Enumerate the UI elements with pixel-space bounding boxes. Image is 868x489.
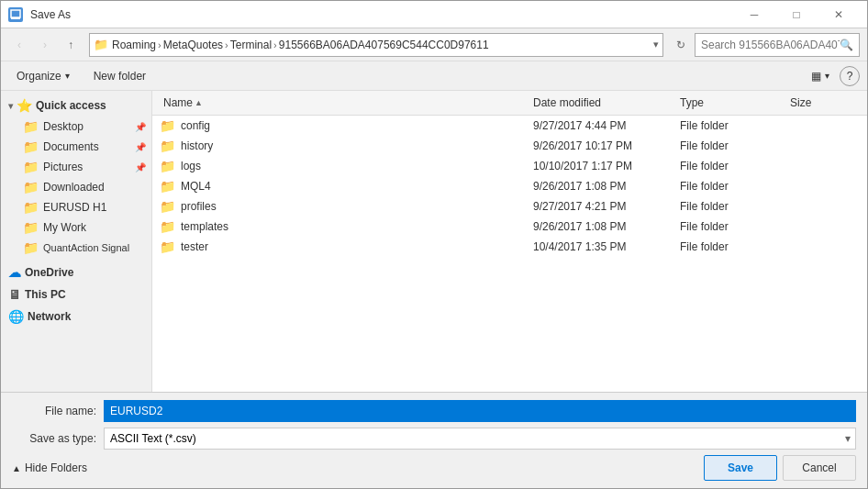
table-row[interactable]: 📁 profiles 9/27/2017 4:21 PM File folder bbox=[152, 196, 867, 217]
maximize-button[interactable]: □ bbox=[775, 1, 818, 28]
new-folder-button[interactable]: New folder bbox=[85, 65, 154, 87]
savetype-row: Save as type: ASCII Text (*.csv) bbox=[12, 428, 856, 450]
bottom-bar: File name: Save as type: ASCII Text (*.c… bbox=[1, 392, 867, 488]
file-list-header: Name ▲ Date modified Type Size bbox=[152, 91, 867, 116]
title-bar: Save As ─ □ ✕ bbox=[1, 1, 867, 28]
navigation-toolbar: ‹ › ↑ 📁 Roaming › MetaQuotes › Terminal … bbox=[1, 28, 867, 61]
pictures-folder-icon: 📁 bbox=[23, 160, 38, 174]
file-name-tester: 📁 tester bbox=[160, 239, 529, 254]
address-dropdown-arrow[interactable]: ▾ bbox=[653, 39, 659, 50]
onedrive-label: OneDrive bbox=[25, 266, 73, 279]
file-name-history: 📁 history bbox=[160, 139, 529, 153]
filename-label: File name: bbox=[12, 405, 104, 417]
thispc-label: This PC bbox=[25, 288, 66, 301]
table-row[interactable]: 📁 logs 10/10/2017 1:17 PM File folder bbox=[152, 156, 867, 176]
breadcrumb-id[interactable]: 915566BA06ADA407569C544CC0D97611 bbox=[279, 39, 489, 51]
folder-icon-history: 📁 bbox=[160, 139, 175, 153]
sidebar-item-downloaded[interactable]: 📁 Downloaded bbox=[1, 177, 151, 197]
folder-icon-logs: 📁 bbox=[160, 159, 175, 173]
svg-rect-1 bbox=[11, 17, 20, 19]
table-row[interactable]: 📁 history 9/26/2017 10:17 PM File folder bbox=[152, 136, 867, 156]
file-name-config: 📁 config bbox=[160, 118, 529, 133]
search-input[interactable] bbox=[701, 39, 840, 51]
save-as-dialog: Save As ─ □ ✕ ‹ › ↑ 📁 Roaming › MetaQuot… bbox=[0, 0, 868, 489]
breadcrumb: Roaming › MetaQuotes › Terminal › 915566… bbox=[112, 39, 489, 51]
sidebar-item-label-desktop: Desktop bbox=[43, 120, 83, 133]
table-row[interactable]: 📁 config 9/27/2017 4:44 PM File folder bbox=[152, 116, 867, 136]
cancel-button[interactable]: Cancel bbox=[783, 455, 856, 481]
desktop-pin-icon: 📌 bbox=[135, 122, 146, 132]
breadcrumb-roaming[interactable]: Roaming bbox=[112, 39, 156, 51]
address-folder-icon: 📁 bbox=[94, 38, 108, 51]
address-bar[interactable]: 📁 Roaming › MetaQuotes › Terminal › 9155… bbox=[89, 33, 663, 57]
eurusd-folder-icon: 📁 bbox=[23, 200, 38, 215]
quick-access-chevron-icon: ▾ bbox=[8, 101, 13, 111]
table-row[interactable]: 📁 tester 10/4/2017 1:35 PM File folder bbox=[152, 237, 867, 257]
onedrive-header[interactable]: ☁ OneDrive bbox=[1, 261, 151, 283]
breadcrumb-metaquotes[interactable]: MetaQuotes bbox=[163, 39, 223, 51]
pictures-pin-icon: 📌 bbox=[135, 162, 146, 172]
sidebar: ▾ ⭐ Quick access 📁 Desktop 📌 📁 Documents… bbox=[1, 91, 152, 392]
sidebar-item-label-mywork: My Work bbox=[43, 221, 86, 234]
view-button[interactable]: ▦ ▾ bbox=[803, 65, 838, 87]
organize-label: Organize bbox=[17, 70, 61, 83]
window-icon bbox=[8, 7, 23, 22]
thispc-header[interactable]: 🖥 This PC bbox=[1, 283, 151, 306]
sort-asc-icon: ▲ bbox=[195, 98, 203, 107]
network-label: Network bbox=[28, 310, 71, 323]
hide-folders-button[interactable]: ▲ Hide Folders bbox=[12, 461, 87, 474]
action-buttons: Save Cancel bbox=[704, 455, 856, 481]
organize-button[interactable]: Organize ▾ bbox=[8, 65, 78, 87]
action-bar: Organize ▾ New folder ▦ ▾ ? bbox=[1, 61, 867, 91]
col-header-date[interactable]: Date modified bbox=[529, 94, 676, 111]
sidebar-item-pictures[interactable]: 📁 Pictures 📌 bbox=[1, 157, 151, 177]
quick-access-label: Quick access bbox=[36, 99, 106, 112]
sidebar-item-mywork[interactable]: 📁 My Work bbox=[1, 217, 151, 238]
view-icon: ▦ bbox=[811, 70, 821, 83]
quick-access-icon: ⭐ bbox=[17, 98, 32, 113]
collapse-icon: ▲ bbox=[12, 463, 21, 473]
folder-icon-config: 📁 bbox=[160, 118, 175, 133]
refresh-button[interactable]: ↻ bbox=[671, 35, 691, 55]
quantaction-folder-icon: 📁 bbox=[23, 240, 38, 255]
quick-access-header[interactable]: ▾ ⭐ Quick access bbox=[1, 94, 151, 117]
view-chevron-icon: ▾ bbox=[825, 71, 829, 81]
organize-chevron-icon: ▾ bbox=[65, 71, 70, 81]
table-row[interactable]: 📁 MQL4 9/26/2017 1:08 PM File folder bbox=[152, 176, 867, 196]
sidebar-item-quantaction[interactable]: 📁 QuantAction Signal bbox=[1, 238, 151, 258]
save-button[interactable]: Save bbox=[704, 455, 777, 481]
sidebar-item-label-documents: Documents bbox=[43, 140, 99, 153]
up-button[interactable]: ↑ bbox=[60, 34, 82, 56]
col-header-type[interactable]: Type bbox=[676, 94, 786, 111]
file-name-templates: 📁 templates bbox=[160, 219, 529, 234]
col-header-size[interactable]: Size bbox=[786, 94, 860, 111]
new-folder-label: New folder bbox=[94, 70, 146, 83]
network-icon: 🌐 bbox=[8, 309, 24, 324]
search-icon: 🔍 bbox=[840, 39, 853, 51]
network-header[interactable]: 🌐 Network bbox=[1, 306, 151, 328]
forward-button[interactable]: › bbox=[34, 34, 56, 56]
col-header-name[interactable]: Name ▲ bbox=[160, 94, 529, 111]
desktop-folder-icon: 📁 bbox=[23, 119, 38, 134]
view-controls: ▦ ▾ ? bbox=[803, 65, 860, 87]
sidebar-item-eurusd[interactable]: 📁 EURUSD H1 bbox=[1, 197, 151, 217]
search-bar[interactable]: 🔍 bbox=[695, 33, 860, 57]
breadcrumb-terminal[interactable]: Terminal bbox=[230, 39, 272, 51]
folder-icon-templates: 📁 bbox=[160, 219, 175, 234]
file-name-logs: 📁 logs bbox=[160, 159, 529, 173]
minimize-button[interactable]: ─ bbox=[733, 1, 775, 28]
svg-rect-0 bbox=[11, 10, 20, 17]
savetype-select[interactable]: ASCII Text (*.csv) bbox=[104, 428, 856, 450]
sidebar-item-desktop[interactable]: 📁 Desktop 📌 bbox=[1, 117, 151, 137]
filename-input[interactable] bbox=[104, 400, 856, 422]
close-button[interactable]: ✕ bbox=[818, 1, 860, 28]
savetype-wrapper: ASCII Text (*.csv) bbox=[104, 428, 856, 450]
sidebar-item-documents[interactable]: 📁 Documents 📌 bbox=[1, 137, 151, 157]
sidebar-item-label-eurusd: EURUSD H1 bbox=[43, 201, 106, 214]
back-button[interactable]: ‹ bbox=[8, 34, 30, 56]
help-button[interactable]: ? bbox=[840, 66, 860, 86]
file-name-profiles: 📁 profiles bbox=[160, 199, 529, 214]
table-row[interactable]: 📁 templates 9/26/2017 1:08 PM File folde… bbox=[152, 217, 867, 237]
savetype-label: Save as type: bbox=[12, 432, 104, 445]
main-content: ▾ ⭐ Quick access 📁 Desktop 📌 📁 Documents… bbox=[1, 91, 867, 392]
